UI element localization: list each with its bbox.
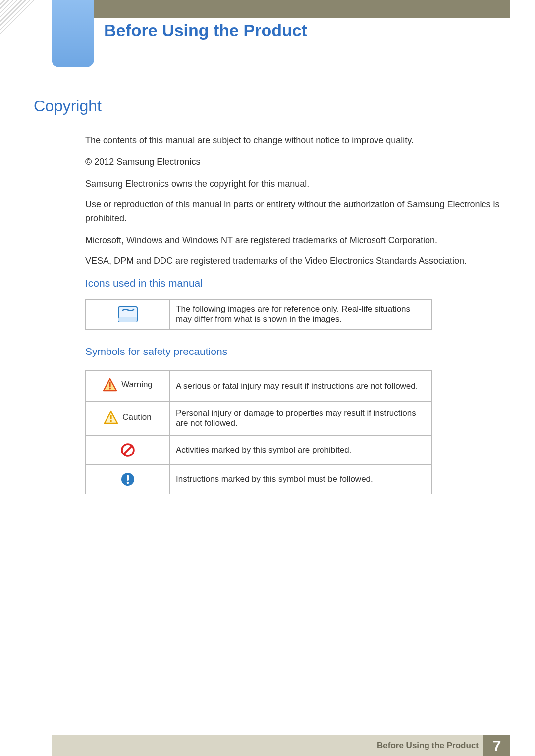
- symbol-label: Caution: [122, 412, 152, 422]
- page: Before Using the Product Copyright The c…: [0, 0, 535, 756]
- paragraph: VESA, DPM and DDC are registered tradema…: [85, 254, 501, 268]
- table-row: The following images are for reference o…: [86, 300, 432, 330]
- section-title-copyright: Copyright: [34, 97, 102, 115]
- svg-point-5: [110, 420, 112, 422]
- warning-icon: [103, 378, 117, 392]
- paragraph: Microsoft, Windows and Windows NT are re…: [85, 234, 501, 248]
- svg-rect-4: [110, 415, 112, 419]
- svg-rect-1: [118, 317, 137, 322]
- icon-cell: [86, 465, 170, 494]
- note-icon: [118, 306, 138, 322]
- symbol-description: Personal injury or damage to properties …: [170, 402, 432, 436]
- icon-cell: [86, 436, 170, 465]
- paragraph: Samsung Electronics owns the copyright f…: [85, 177, 501, 191]
- must-follow-icon: [120, 472, 135, 487]
- svg-point-3: [109, 388, 111, 390]
- paragraph: Use or reproduction of this manual in pa…: [85, 198, 501, 226]
- icon-cell: [86, 300, 170, 330]
- footer-chapter-text: Before Using the Product: [377, 741, 479, 751]
- symbol-description: Activities marked by this symbol are pro…: [170, 436, 432, 465]
- paragraph: The contents of this manual are subject …: [85, 134, 501, 148]
- table-row: Activities marked by this symbol are pro…: [86, 436, 432, 465]
- icons-used-table: The following images are for reference o…: [85, 299, 432, 330]
- symbol-description: Instructions marked by this symbol must …: [170, 465, 432, 494]
- caution-icon: [104, 410, 118, 424]
- prohibited-icon: [120, 443, 135, 457]
- icon-cell: Caution: [86, 402, 170, 436]
- paragraph: © 2012 Samsung Electronics: [85, 155, 501, 169]
- svg-point-10: [126, 482, 129, 484]
- footer-bar: Before Using the Product 7: [52, 735, 510, 756]
- safety-symbols-table: Warning A serious or fatal injury may re…: [85, 370, 432, 494]
- svg-rect-2: [109, 382, 111, 387]
- page-number: 7: [483, 735, 510, 756]
- symbol-description: A serious or fatal injury may result if …: [170, 371, 432, 402]
- chapter-title: Before Using the Product: [104, 21, 307, 40]
- chapter-tab-decoration: [52, 0, 94, 67]
- corner-hatch-decoration: [0, 0, 35, 35]
- icon-cell: Warning: [86, 371, 170, 402]
- table-row: Warning A serious or fatal injury may re…: [86, 371, 432, 402]
- table-row: Instructions marked by this symbol must …: [86, 465, 432, 494]
- subsection-title-safety-symbols: Symbols for safety precautions: [85, 346, 227, 357]
- subsection-title-icons-used: Icons used in this manual: [85, 277, 203, 289]
- svg-rect-9: [127, 475, 129, 481]
- icon-description: The following images are for reference o…: [170, 300, 432, 330]
- header-bar: [94, 0, 510, 18]
- table-row: Caution Personal injury or damage to pro…: [86, 402, 432, 436]
- symbol-label: Warning: [121, 380, 153, 390]
- svg-line-7: [124, 446, 132, 454]
